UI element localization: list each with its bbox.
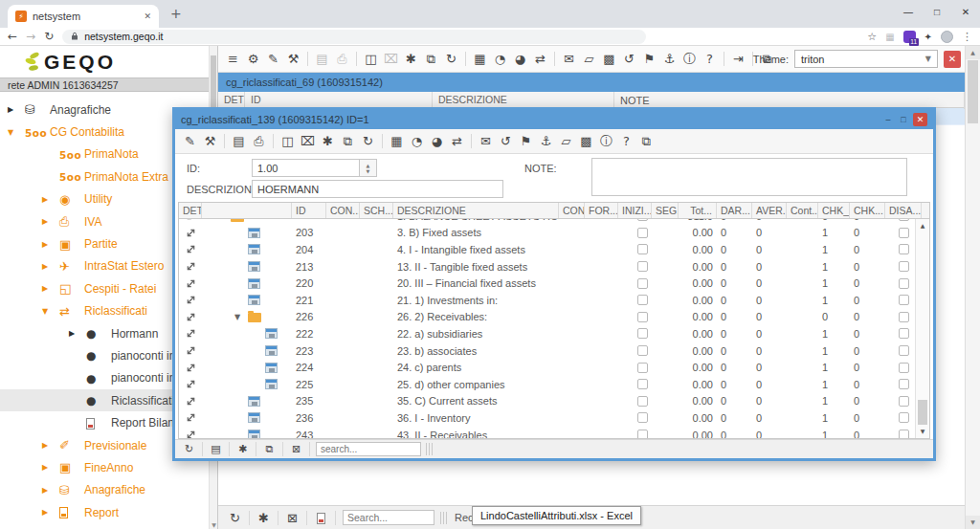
pdf-icon[interactable]: [313, 511, 329, 524]
sidebar-item-report[interactable]: ▶Report: [0, 501, 217, 523]
sidebar-item-anagrafiche[interactable]: ▶⛁Anagrafiche: [0, 479, 217, 501]
column-header[interactable]: DET: [179, 203, 202, 218]
detail-expand-icon[interactable]: [179, 244, 202, 254]
pie-chart-icon[interactable]: ◕: [512, 53, 528, 65]
delete-icon[interactable]: ⌧: [300, 135, 316, 147]
table-row[interactable]: 22424. c) parents0.000010: [179, 359, 914, 376]
save-icon[interactable]: ▤: [209, 444, 223, 454]
maximize-icon[interactable]: □: [923, 0, 951, 25]
table-row[interactable]: 22121. 1) Investments in:0.000010: [179, 292, 914, 309]
minimize-icon[interactable]: —: [894, 0, 923, 25]
print-icon[interactable]: ⎙: [334, 53, 350, 65]
column-header[interactable]: ID: [292, 203, 326, 218]
iniz-checkbox[interactable]: [637, 379, 648, 389]
refresh-icon[interactable]: ↻: [182, 444, 196, 454]
disa-checkbox[interactable]: [899, 219, 909, 221]
iniz-checkbox[interactable]: [637, 345, 648, 356]
disa-checkbox[interactable]: [899, 228, 909, 238]
save-icon[interactable]: ▤: [231, 135, 247, 147]
column-header[interactable]: DISA...: [885, 203, 922, 218]
iniz-checkbox[interactable]: [637, 228, 648, 238]
extensions-puzzle-icon[interactable]: ✦: [924, 32, 932, 42]
undo-icon[interactable]: ↺: [621, 53, 637, 65]
expand-right-icon[interactable]: ▶: [69, 329, 86, 338]
info-icon[interactable]: ⓘ: [681, 53, 698, 65]
column-header[interactable]: SCH...: [360, 203, 393, 218]
detail-expand-icon[interactable]: [179, 295, 202, 305]
column-header[interactable]: [202, 203, 292, 218]
extension-purple-icon[interactable]: 11: [903, 31, 916, 43]
theme-close-button[interactable]: ✕: [944, 51, 961, 68]
print-icon[interactable]: ⎙: [251, 135, 267, 147]
collapse-icon[interactable]: ▼: [217, 219, 231, 220]
detail-expand-icon[interactable]: [179, 379, 202, 389]
disa-checkbox[interactable]: [899, 412, 909, 423]
iniz-checkbox[interactable]: [637, 295, 648, 305]
column-header[interactable]: CON...: [559, 203, 585, 218]
column-header[interactable]: CHK_...: [818, 203, 850, 218]
grid-scrollbar[interactable]: ▲ ▼: [915, 219, 929, 438]
copy-icon[interactable]: ⧉: [423, 53, 439, 65]
copy-alt-icon[interactable]: ⧉: [638, 135, 655, 147]
expand-right-icon[interactable]: ▶: [42, 217, 59, 226]
iniz-checkbox[interactable]: [637, 363, 648, 373]
notes-icon[interactable]: ▩: [578, 135, 594, 147]
disa-checkbox[interactable]: [899, 312, 909, 322]
new-icon[interactable]: ✱: [235, 444, 250, 454]
table-icon[interactable]: ▦: [472, 53, 488, 65]
content-scrollbar[interactable]: ▲ ▼: [965, 46, 980, 529]
detail-expand-icon[interactable]: [179, 396, 202, 407]
detail-expand-icon[interactable]: [179, 219, 202, 221]
columns-icon[interactable]: ◫: [279, 135, 296, 147]
iniz-checkbox[interactable]: [637, 219, 648, 221]
scrollbar-thumb[interactable]: [968, 60, 978, 123]
iniz-checkbox[interactable]: [637, 430, 648, 438]
disa-checkbox[interactable]: [899, 379, 909, 389]
tools-icon[interactable]: ⚒: [285, 53, 301, 65]
pie-chart-icon[interactable]: ◕: [429, 135, 445, 147]
disa-checkbox[interactable]: [899, 295, 909, 305]
folder-icon[interactable]: ▱: [581, 53, 597, 65]
menu-icon[interactable]: ≡: [225, 53, 241, 65]
excel-icon[interactable]: ⊠: [289, 444, 303, 454]
anchor-icon[interactable]: ⚓: [661, 53, 678, 65]
detail-expand-icon[interactable]: [179, 278, 202, 289]
table-row[interactable]: ▼22626. 2) Receivables:0.000000: [179, 309, 914, 326]
flag-icon[interactable]: ⚑: [641, 53, 657, 65]
detail-expand-icon[interactable]: [179, 430, 202, 438]
column-header[interactable]: SEG...: [652, 203, 679, 218]
transfer-icon[interactable]: ⇄: [532, 53, 548, 65]
detail-expand-icon[interactable]: [179, 261, 202, 272]
edit-icon[interactable]: ✎: [265, 53, 281, 65]
scroll-up-icon[interactable]: ▲: [916, 221, 929, 231]
notes-icon[interactable]: ▩: [601, 53, 617, 65]
refresh-icon[interactable]: ↻: [443, 53, 459, 65]
expand-right-icon[interactable]: ▶: [42, 262, 59, 271]
maximize-icon[interactable]: □: [898, 114, 909, 126]
scroll-up-icon[interactable]: ▲: [966, 46, 980, 59]
spinner-stepper[interactable]: ▲▼: [360, 159, 377, 177]
column-header[interactable]: INIZI...: [618, 203, 652, 218]
tab-close-icon[interactable]: ✕: [144, 11, 151, 21]
column-header[interactable]: DESCRIZIONE: [433, 92, 614, 107]
table-row[interactable]: 22020. III – Financial fixed assets0.000…: [179, 275, 914, 292]
tools-icon[interactable]: ⚒: [202, 135, 218, 147]
reload-icon[interactable]: ↻: [44, 31, 54, 42]
settings-icon[interactable]: ⚙: [245, 53, 261, 65]
profile-avatar[interactable]: [941, 31, 953, 43]
expand-right-icon[interactable]: ▶: [42, 240, 59, 249]
disa-checkbox[interactable]: [899, 396, 909, 407]
back-icon[interactable]: ←: [8, 31, 17, 42]
minimize-icon[interactable]: –: [882, 114, 894, 126]
refresh-icon[interactable]: ↻: [227, 512, 243, 524]
flag-icon[interactable]: ⚑: [518, 135, 534, 147]
save-icon[interactable]: ▤: [314, 53, 330, 65]
mail-icon[interactable]: ✉: [478, 135, 494, 147]
table-row[interactable]: 2033. B) Fixed assets0.000010: [179, 225, 914, 242]
forward-icon[interactable]: →: [26, 31, 35, 42]
column-header[interactable]: Tot...: [679, 203, 717, 218]
grip-handle[interactable]: [440, 512, 449, 524]
expand-right-icon[interactable]: ▶: [42, 284, 59, 293]
disa-checkbox[interactable]: [899, 261, 909, 272]
new-icon[interactable]: ✱: [256, 512, 272, 524]
